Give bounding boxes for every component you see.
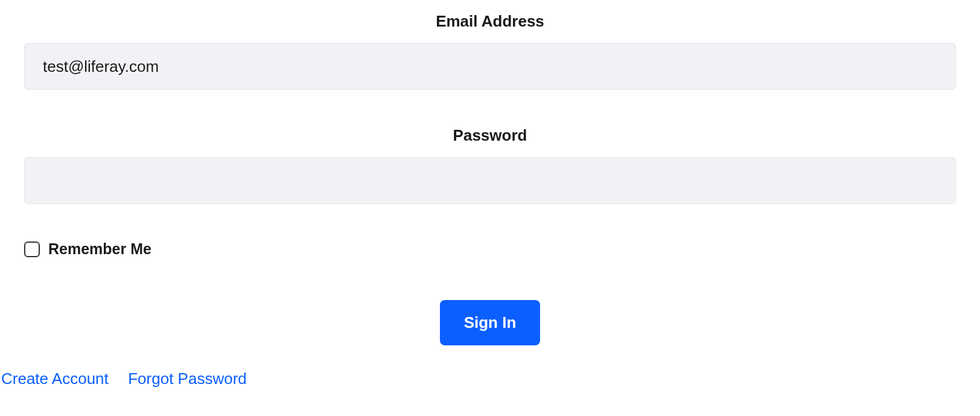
remember-checkbox[interactable] <box>24 242 40 257</box>
password-input[interactable] <box>24 157 956 204</box>
password-group: Password <box>0 126 980 204</box>
signin-button[interactable]: Sign In <box>440 300 541 345</box>
remember-group: Remember Me <box>24 240 956 258</box>
login-form: Email Address Password Remember Me Sign … <box>0 12 980 388</box>
email-input[interactable] <box>24 43 956 90</box>
links-row: Create Account Forgot Password <box>0 370 980 388</box>
create-account-link[interactable]: Create Account <box>1 370 109 388</box>
password-label: Password <box>0 126 980 145</box>
email-group: Email Address <box>0 12 980 90</box>
button-row: Sign In <box>0 300 980 345</box>
remember-label[interactable]: Remember Me <box>48 240 151 258</box>
forgot-password-link[interactable]: Forgot Password <box>128 370 247 388</box>
email-label: Email Address <box>0 12 980 31</box>
